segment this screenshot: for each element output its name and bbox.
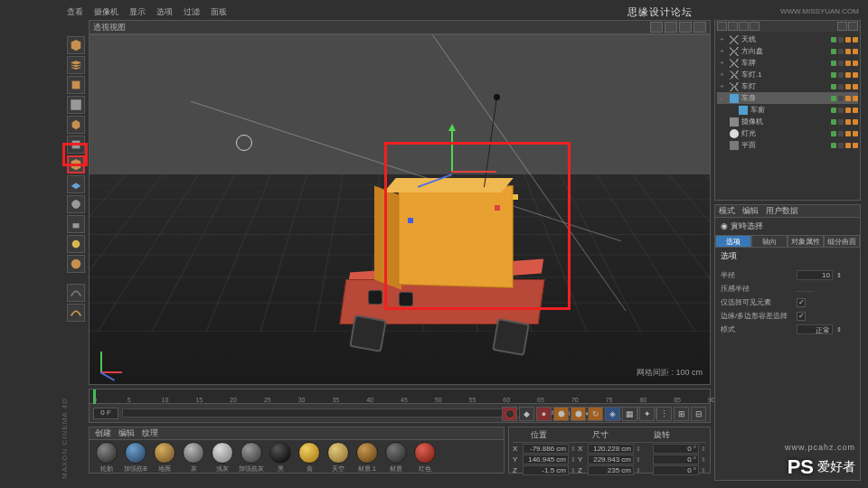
rec-stop[interactable] (502, 407, 517, 421)
obj-btn[interactable] (728, 22, 738, 31)
material-加强筋B[interactable]: 加强筋B (122, 442, 149, 474)
attr-mode[interactable]: 模式 (719, 205, 735, 217)
key-opt3[interactable]: ⊞ (674, 407, 689, 421)
tick: 55 (469, 397, 476, 403)
attr-edit[interactable]: 编辑 (742, 205, 759, 217)
material-轮胎[interactable]: 轮胎 (93, 442, 120, 474)
material-manager: 创建 编辑 纹理 轮胎加强筋B地面灰浅灰加强筋灰黑黄天空材质.1材质红色 (89, 427, 505, 474)
material-加强筋灰[interactable]: 加强筋灰 (238, 442, 265, 474)
mat-tab-tex[interactable]: 纹理 (142, 427, 158, 439)
watermark-url: WWW.MISSYUAN.COM (780, 7, 859, 15)
obj-摄像机[interactable]: 摄像机 (717, 116, 858, 127)
tick: 75 (606, 397, 613, 403)
obj-btn[interactable] (750, 22, 760, 31)
tick: 65 (537, 397, 544, 403)
menu-filter[interactable]: 过滤 (184, 6, 200, 18)
material-材质.1[interactable]: 材质.1 (354, 442, 381, 474)
key-param[interactable]: ◈ (605, 407, 620, 421)
material-黑[interactable]: 黑 (267, 442, 294, 474)
tool-sweep1[interactable] (67, 284, 85, 302)
tick: 30 (298, 397, 306, 403)
viewport-3d[interactable]: 网格间距 : 100 cm (89, 34, 711, 385)
coord-h-size: 尺寸 (592, 429, 609, 441)
viewport-menu: 查看 摄像机 显示 选项 过滤 面板 (67, 5, 227, 18)
key-rot[interactable]: ↻ (588, 407, 603, 421)
tick: 70 (571, 397, 579, 403)
obj-车灯[interactable]: +车灯 (717, 80, 858, 92)
material-浅灰[interactable]: 浅灰 (209, 442, 236, 474)
hud-grid-spacing: 网格间距 : 100 cm (637, 367, 703, 379)
vp-nav-3[interactable] (679, 22, 692, 33)
mat-tab-edit[interactable]: 编辑 (118, 427, 135, 439)
right-panels: +天线+方向盘+车牌+车灯.1+车灯-车身车窗摄像机灯光平面 模式 编辑 用户数… (714, 20, 861, 481)
obj-灯光[interactable]: 灯光 (717, 127, 858, 139)
coord-row-X: X-79.886 cm⇕X120.228 cm⇕0 °⇕ (513, 444, 706, 454)
vp-nav-1[interactable] (650, 22, 663, 33)
tick: 5 (127, 397, 131, 403)
attr-tab-sds[interactable]: 细分曲面 (824, 235, 860, 248)
attr-user[interactable]: 用户数据 (766, 205, 798, 217)
maxon-label: MAXON CINEMA 4D (61, 398, 69, 479)
coord-h-pos: 位置 (531, 429, 547, 441)
obj-filter[interactable] (848, 22, 858, 31)
tick: 25 (264, 397, 271, 403)
timeline-ruler[interactable]: 051015202530354045505560657075808590 (90, 389, 710, 404)
attribute-manager: 模式 编辑 用户数据 ◉ 實時选择 选项 轴向 对象属性 细分曲面 选项 半径1… (714, 204, 861, 481)
obj-车牌[interactable]: +车牌 (717, 57, 858, 69)
obj-btn[interactable] (717, 22, 727, 31)
attr-tab-obj[interactable]: 对象属性 (788, 235, 824, 248)
tool-snap[interactable] (67, 195, 85, 213)
obj-btn[interactable] (739, 22, 749, 31)
key-opt2[interactable]: ⋮ (656, 407, 672, 421)
key-scale[interactable]: ⬢ (571, 407, 586, 421)
material-材质[interactable]: 材质 (382, 442, 410, 474)
menu-panel[interactable]: 面板 (211, 6, 227, 18)
tool-sweep2[interactable] (67, 304, 85, 322)
svg-rect-1 (71, 100, 81, 110)
attr-tab-opts[interactable]: 选项 (715, 235, 751, 248)
tool-grid[interactable] (67, 96, 85, 114)
obj-平面[interactable]: 平面 (717, 139, 858, 151)
menu-options[interactable]: 选项 (156, 6, 173, 18)
menu-display[interactable]: 显示 (129, 6, 146, 18)
rec-auto[interactable]: ● (536, 407, 552, 421)
mat-tab-create[interactable]: 创建 (95, 427, 111, 439)
tool-cube[interactable] (67, 36, 85, 54)
obj-车灯.1[interactable]: +车灯.1 (717, 69, 858, 80)
tool-world[interactable] (67, 255, 85, 273)
obj-方向盘[interactable]: +方向盘 (717, 45, 858, 57)
tool-layers[interactable] (67, 56, 85, 74)
frame-start[interactable]: 0 F (93, 408, 118, 419)
material-灰[interactable]: 灰 (180, 442, 207, 474)
rec-key[interactable]: ◆ (519, 407, 534, 421)
attr-半径: 半径10⇕ (721, 268, 854, 282)
attr-压感半径: 压感半径........ (721, 282, 854, 296)
attr-tab-axis[interactable]: 轴向 (751, 235, 788, 248)
menu-view[interactable]: 查看 (67, 6, 83, 18)
obj-search[interactable] (837, 22, 847, 31)
obj-天线[interactable]: +天线 (717, 33, 858, 45)
tool-lock[interactable] (67, 215, 85, 233)
cursor-ring (236, 135, 252, 151)
material-红色[interactable]: 红色 (411, 442, 439, 474)
attr-边缘/多边形容差选择: 边缘/多边形容差选择✓ (721, 309, 854, 323)
tool-coin[interactable] (67, 235, 85, 253)
key-opt4[interactable]: ⊟ (691, 407, 706, 421)
left-toolbar (67, 36, 87, 322)
key-opt1[interactable]: ✦ (639, 407, 655, 421)
obj-车身[interactable]: -车身 (717, 92, 858, 104)
material-黄[interactable]: 黄 (296, 442, 323, 474)
material-天空[interactable]: 天空 (325, 442, 352, 474)
tool-object[interactable] (67, 116, 85, 134)
key-pla[interactable]: ▦ (622, 407, 637, 421)
vp-nav-2[interactable] (665, 22, 677, 33)
tool-plane[interactable] (67, 175, 85, 193)
material-地面[interactable]: 地面 (151, 442, 178, 474)
tool-primitive[interactable] (67, 76, 85, 94)
key-pos[interactable]: ⬣ (553, 407, 569, 421)
highlight-box-cab (384, 142, 571, 310)
attr-section: 选项 (715, 248, 860, 265)
vp-nav-4[interactable] (693, 22, 706, 33)
menu-camera[interactable]: 摄像机 (94, 6, 118, 18)
obj-车窗[interactable]: 车窗 (717, 104, 858, 116)
